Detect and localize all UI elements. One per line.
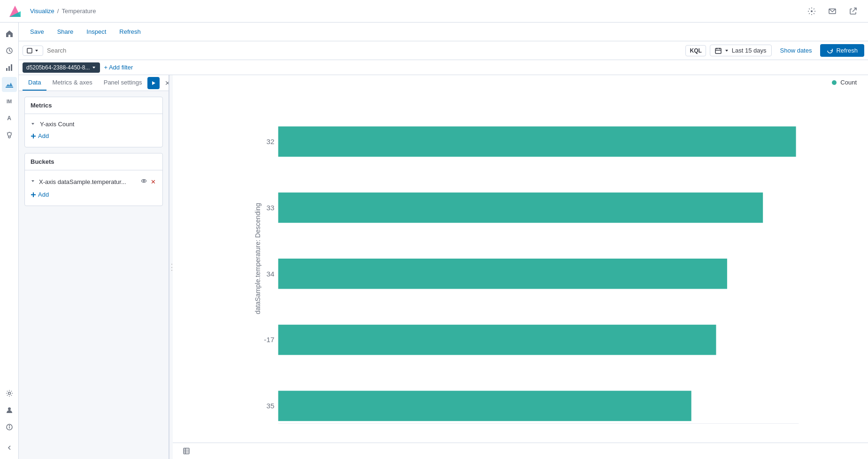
bar-neg17[interactable] bbox=[278, 325, 716, 355]
sidebar-item-collapse[interactable] bbox=[2, 440, 17, 455]
svg-rect-7 bbox=[8, 66, 10, 71]
x-axis-bucket-item[interactable]: X-axis dataSample.temperatur... ✕ bbox=[31, 175, 157, 188]
breadcrumb: Visualize / Temperature bbox=[30, 8, 96, 15]
svg-rect-19 bbox=[27, 48, 32, 53]
buckets-section-title: Buckets bbox=[25, 153, 162, 170]
date-picker-button[interactable]: Last 15 days bbox=[710, 45, 772, 56]
inspect-button[interactable]: Inspect bbox=[81, 26, 112, 37]
chart-wrapper: 32 33 34 -17 35 bbox=[173, 90, 868, 443]
index-chevron-icon bbox=[92, 65, 96, 70]
bucket-delete-button[interactable]: ✕ bbox=[150, 177, 157, 186]
buckets-section-body: X-axis dataSample.temperatur... ✕ bbox=[25, 170, 162, 206]
sidebar-item-info[interactable] bbox=[2, 420, 17, 435]
main-content: Save Share Inspect Refresh KQL Last 15 d… bbox=[19, 23, 868, 459]
panel-area: Data Metrics & axes Panel settings ✕ bbox=[19, 75, 868, 459]
index-badge[interactable]: d5205b64-2388-4450-8... bbox=[23, 62, 100, 73]
chevron-down-icon bbox=[34, 48, 39, 53]
tab-panel-settings[interactable]: Panel settings bbox=[98, 75, 148, 91]
breadcrumb-separator: / bbox=[57, 8, 59, 15]
refresh-icon bbox=[827, 47, 833, 54]
top-nav: Visualize / Temperature bbox=[0, 0, 868, 23]
filter-type-icon bbox=[27, 48, 32, 54]
y-axis-label: Y-axis Count bbox=[40, 121, 74, 128]
delete-icon: ✕ bbox=[151, 178, 156, 185]
chevron-down-date-icon bbox=[724, 48, 729, 53]
svg-point-10 bbox=[8, 132, 11, 136]
bar-34[interactable] bbox=[278, 259, 727, 289]
app-layout: IM A Save Share Inspect Refresh bbox=[0, 23, 868, 459]
sidebar-item-settings[interactable] bbox=[2, 386, 17, 401]
logo bbox=[8, 4, 23, 19]
share-icon-btn[interactable] bbox=[845, 4, 860, 19]
add-metric-link[interactable]: Add bbox=[31, 130, 157, 142]
breadcrumb-parent[interactable]: Visualize bbox=[30, 8, 54, 15]
bar-33[interactable] bbox=[278, 192, 763, 223]
bar-32[interactable] bbox=[278, 126, 796, 157]
refresh-button-action[interactable]: Refresh bbox=[114, 26, 146, 37]
mail-icon-btn[interactable] bbox=[825, 4, 840, 19]
kql-button[interactable]: KQL bbox=[685, 45, 706, 56]
chart-svg: 32 33 34 -17 35 bbox=[201, 93, 857, 424]
legend-dot bbox=[832, 80, 837, 85]
filter-bar: KQL Last 15 days Show dates Refresh bbox=[19, 41, 868, 60]
show-dates-button[interactable]: Show dates bbox=[776, 45, 817, 56]
run-button[interactable] bbox=[147, 77, 160, 89]
share-button[interactable]: Share bbox=[52, 26, 79, 37]
top-nav-right bbox=[804, 4, 860, 19]
metrics-section-body: Y-axis Count Add bbox=[25, 114, 162, 147]
page-title: Temperature bbox=[61, 8, 96, 15]
close-panel-button[interactable]: ✕ bbox=[161, 77, 169, 89]
save-button[interactable]: Save bbox=[24, 26, 50, 37]
x-axis-label: X-axis dataSample.temperatur... bbox=[39, 178, 137, 185]
y-label-33: 33 bbox=[266, 204, 274, 212]
bar-35[interactable] bbox=[278, 391, 691, 421]
sidebar-item-visualize[interactable] bbox=[2, 77, 17, 92]
sidebar-item-recently-viewed[interactable] bbox=[2, 43, 17, 58]
y-axis-item[interactable]: Y-axis Count bbox=[31, 119, 157, 130]
index-name-label: d5205b64-2388-4450-8... bbox=[26, 64, 90, 71]
add-bucket-link[interactable]: Add bbox=[31, 188, 157, 201]
svg-line-12 bbox=[11, 133, 12, 133]
filter-type-dropdown[interactable] bbox=[23, 46, 43, 56]
svg-point-14 bbox=[8, 392, 10, 395]
sidebar-item-alerts[interactable]: A bbox=[2, 111, 17, 126]
svg-line-4 bbox=[853, 8, 856, 12]
svg-rect-38 bbox=[184, 448, 189, 454]
y-axis-title: dataSample.temperature: Descending bbox=[254, 203, 261, 314]
sidebar-item-user[interactable] bbox=[2, 403, 17, 418]
svg-line-13 bbox=[7, 133, 8, 133]
sidebar-icons: IM A bbox=[0, 23, 19, 459]
y-label-34: 34 bbox=[266, 270, 274, 278]
search-input[interactable] bbox=[47, 47, 682, 54]
table-icon bbox=[183, 448, 190, 454]
add-metric-icon bbox=[31, 133, 36, 139]
svg-point-15 bbox=[8, 407, 11, 410]
chart-table-icon-btn[interactable] bbox=[180, 445, 192, 457]
chart-toolbar bbox=[173, 443, 868, 459]
resize-handle[interactable]: ⋮ bbox=[169, 75, 173, 459]
tab-metrics-axes[interactable]: Metrics & axes bbox=[46, 75, 98, 91]
eye-icon bbox=[141, 178, 147, 184]
add-filter-link[interactable]: + Add filter bbox=[102, 63, 135, 72]
add-filter-label: + Add filter bbox=[104, 64, 133, 71]
chart-area: Count 32 33 34 bbox=[173, 75, 868, 459]
sidebar-item-analytics[interactable] bbox=[2, 60, 17, 75]
bucket-eye-button[interactable] bbox=[140, 177, 148, 186]
filter-bar-left bbox=[23, 46, 682, 56]
tab-data[interactable]: Data bbox=[23, 75, 46, 91]
panel-content: Metrics Y-axis Count bbox=[19, 91, 169, 459]
sidebar-item-integrations[interactable]: IM bbox=[2, 94, 17, 109]
refresh-button-primary[interactable]: Refresh bbox=[820, 44, 864, 57]
refresh-button-label: Refresh bbox=[836, 47, 858, 54]
y-label-neg17: -17 bbox=[264, 336, 274, 344]
sidebar-item-ideas[interactable] bbox=[2, 128, 17, 143]
left-panel: Data Metrics & axes Panel settings ✕ bbox=[19, 75, 169, 459]
sidebar-item-home[interactable] bbox=[2, 26, 17, 41]
svg-rect-8 bbox=[11, 64, 12, 71]
buckets-section: Buckets X-axis dataSample.temperatur... bbox=[24, 153, 163, 206]
x-axis-chevron-icon bbox=[31, 179, 36, 184]
search-input-wrap bbox=[47, 47, 682, 54]
svg-point-26 bbox=[143, 180, 145, 182]
play-icon bbox=[151, 81, 156, 85]
settings-icon-btn[interactable] bbox=[804, 4, 819, 19]
